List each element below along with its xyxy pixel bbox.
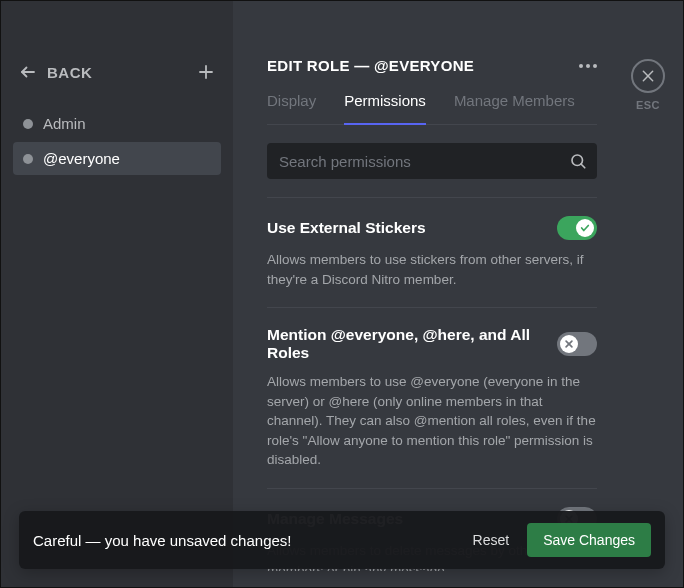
permission-title: Mention @everyone, @here, and All Roles <box>267 326 557 362</box>
check-icon <box>580 223 590 233</box>
plus-icon <box>197 63 215 81</box>
toggle-knob <box>576 219 594 237</box>
svg-line-4 <box>581 164 585 168</box>
role-item-everyone[interactable]: @everyone <box>13 142 221 175</box>
permission-row: Use External Stickers Allows members to … <box>267 198 597 308</box>
dot-icon <box>586 64 590 68</box>
close-button[interactable] <box>631 59 665 93</box>
add-role-button[interactable] <box>197 63 215 81</box>
dot-icon <box>579 64 583 68</box>
role-label: @everyone <box>43 150 120 167</box>
reset-button[interactable]: Reset <box>473 532 510 548</box>
tab-manage-members[interactable]: Manage Members <box>454 92 575 124</box>
permission-title: Use External Stickers <box>267 219 426 237</box>
x-icon <box>564 339 574 349</box>
back-label: BACK <box>47 64 92 81</box>
tab-display[interactable]: Display <box>267 92 316 124</box>
role-color-dot <box>23 154 33 164</box>
page-title: EDIT ROLE — @EVERYONE <box>267 57 474 74</box>
arrow-left-icon <box>19 63 37 81</box>
close-icon <box>640 68 656 84</box>
role-label: Admin <box>43 115 86 132</box>
save-changes-button[interactable]: Save Changes <box>527 523 651 557</box>
permission-toggle[interactable] <box>557 216 597 240</box>
main-panel: EDIT ROLE — @EVERYONE Display Permission… <box>233 1 613 587</box>
back-button[interactable]: BACK <box>19 63 92 81</box>
more-options-button[interactable] <box>579 64 597 68</box>
dot-icon <box>593 64 597 68</box>
permission-row: Mention @everyone, @here, and All Roles … <box>267 308 597 489</box>
esc-label: ESC <box>636 99 660 111</box>
search-icon <box>569 152 587 170</box>
tab-bar: Display Permissions Manage Members <box>267 92 597 125</box>
toast-message: Careful — you have unsaved changes! <box>33 532 292 549</box>
role-item-admin[interactable]: Admin <box>13 107 221 140</box>
toggle-knob <box>560 335 578 353</box>
role-color-dot <box>23 119 33 129</box>
permission-description: Allows members to use stickers from othe… <box>267 250 597 289</box>
tab-permissions[interactable]: Permissions <box>344 92 426 125</box>
unsaved-changes-toast: Careful — you have unsaved changes! Rese… <box>19 511 665 569</box>
search-permissions-input[interactable] <box>267 143 597 179</box>
roles-sidebar: BACK Admin @everyone <box>1 1 233 587</box>
close-pane: ESC <box>613 1 683 587</box>
permission-description: Allows members to use @everyone (everyon… <box>267 372 597 470</box>
permission-toggle[interactable] <box>557 332 597 356</box>
